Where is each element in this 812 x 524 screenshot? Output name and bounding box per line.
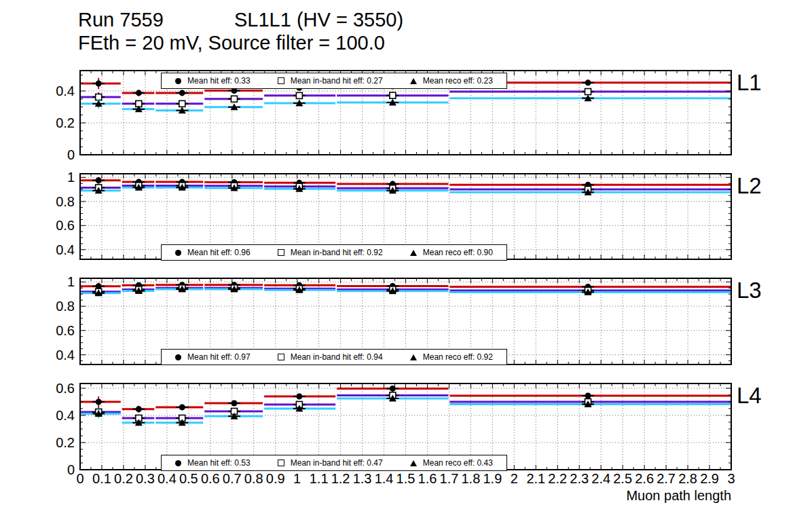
x-tick-label: 0.3 [136,471,155,486]
y-tick-label: 0.8 [56,299,75,314]
legend-entry-reco: Mean reco eff: 0.43 [410,458,493,468]
marker-circle [585,393,591,399]
y-tick-label: 0 [67,147,75,162]
marker-open-square [231,96,237,102]
marker-circle [96,399,102,405]
panel-label: L1 [737,70,762,95]
x-tick-label: 2 [511,471,518,486]
legend-l3: Mean hit eff: 0.97Mean in-band hit eff: … [161,349,507,365]
panel-label: L3 [737,278,762,303]
marker-circle [390,386,396,392]
y-tick-label: 0.4 [56,348,75,362]
marker-open-square [296,92,302,98]
x-tick-label: 2.1 [526,471,545,486]
marker-circle [96,81,102,87]
marker-circle [179,90,185,96]
legend-triangle-icon [410,78,417,84]
marker-circle [231,400,237,407]
legend-l2: Mean hit eff: 0.96Mean in-band hit eff: … [161,244,507,261]
legend-label: Mean hit eff: 0.33 [187,76,251,86]
legend-entry-reco: Mean reco eff: 0.92 [410,352,493,362]
marker-open-square [390,92,396,98]
x-tick-label: 1.7 [440,471,459,486]
y-tick-label: 0.6 [56,218,75,233]
y-tick-label: 0.6 [56,381,75,396]
legend-square-icon [278,460,284,466]
x-tick-label: 1.9 [483,471,502,486]
x-tick-label: 1.6 [418,471,437,486]
y-tick-label: 0.4 [56,83,75,98]
x-tick-label: 1.5 [396,471,416,486]
legend-entry-reco: Mean reco eff: 0.23 [410,76,493,86]
legend-triangle-icon [410,250,417,256]
x-tick-label: 1 [293,471,301,486]
panel-label: L2 [737,173,762,198]
legend-label: Mean in-band hit eff: 0.94 [291,352,383,362]
y-tick-label: 1 [67,274,75,289]
x-tick-label: 0 [76,471,84,486]
marker-circle [296,394,302,400]
x-tick-label: 1.1 [310,471,329,486]
x-tick-label: 0.4 [158,471,177,486]
legend-entry-inband: Mean in-band hit eff: 0.27 [278,76,383,86]
x-tick-label: 2.2 [548,471,567,486]
marker-circle [585,79,591,86]
x-tick-label: 0.9 [266,471,285,486]
y-tick-label: 0.8 [56,194,75,209]
x-tick-label: 0.8 [244,471,263,486]
y-tick-label: 0.6 [56,323,75,338]
x-tick-label: 2.6 [635,471,654,486]
x-tick-label: 2.9 [700,471,719,486]
marker-circle [179,405,185,411]
legend-circle-icon [175,78,181,84]
legend-label: Mean reco eff: 0.23 [423,76,493,86]
x-tick-label: 0.5 [179,471,198,486]
x-tick-label: 1.8 [461,471,480,486]
legend-square-icon [278,77,284,84]
legend-label: Mean hit eff: 0.97 [187,352,251,362]
legend-circle-icon [175,460,181,466]
x-tick-label: 1.2 [331,471,350,486]
x-tick-label: 2.3 [570,471,589,486]
y-tick-label: 0.4 [56,242,75,257]
x-tick-label: 2.5 [613,471,632,486]
x-tick-label: 3 [727,471,735,486]
legend-label: Mean in-band hit eff: 0.27 [291,76,383,86]
legend-entry-hit: Mean hit eff: 0.33 [175,76,251,86]
root-canvas: Run 7559 SL1L1 (HV = 3550) FEth = 20 mV,… [0,0,812,524]
x-tick-label: 0.2 [114,471,133,486]
legend-square-icon [278,249,284,256]
marker-open-square [585,89,591,95]
legend-triangle-icon [410,460,417,466]
legend-label: Mean hit eff: 0.53 [187,458,251,468]
legend-entry-hit: Mean hit eff: 0.97 [175,352,251,362]
x-tick-label: 2.4 [591,471,610,486]
legend-entry-hit: Mean hit eff: 0.53 [175,458,251,468]
legend-circle-icon [175,354,181,360]
legend-triangle-icon [410,354,417,360]
x-tick-label: 2.7 [657,471,676,486]
legend-circle-icon [175,250,181,256]
marker-circle [96,177,102,183]
legend-label: Mean in-band hit eff: 0.47 [291,458,383,468]
y-tick-label: 0.4 [56,408,75,423]
x-tick-label: 1.3 [353,471,372,486]
legend-entry-inband: Mean in-band hit eff: 0.94 [278,352,383,362]
legend-label: Mean reco eff: 0.90 [423,248,493,257]
y-tick-label: 0.2 [56,115,75,130]
y-tick-label: 0 [67,462,75,477]
marker-circle [136,90,142,96]
x-axis-title: Muon path length [626,488,731,504]
legend-label: Mean reco eff: 0.92 [423,352,493,362]
legend-l1: Mean hit eff: 0.33Mean in-band hit eff: … [161,73,507,89]
x-tick-label: 1.4 [375,471,394,486]
panel-label: L4 [737,383,762,408]
x-tick-label: 0.6 [201,471,220,486]
legend-label: Mean reco eff: 0.43 [423,458,493,468]
x-tick-label: 0.7 [223,471,242,486]
marker-circle [136,406,142,412]
legend-entry-inband: Mean in-band hit eff: 0.47 [278,458,383,468]
marker-open-square [179,100,185,107]
x-tick-label: 2.8 [678,471,697,486]
legend-square-icon [278,354,284,360]
